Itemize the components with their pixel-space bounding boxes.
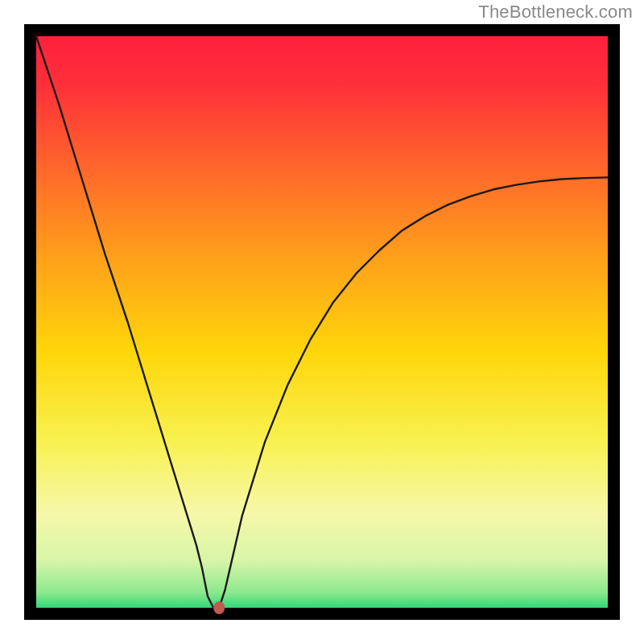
- chart-stage: TheBottleneck.com: [0, 0, 644, 644]
- optimum-marker: [213, 601, 225, 614]
- bottleneck-chart: [24, 24, 620, 620]
- watermark-text: TheBottleneck.com: [478, 2, 633, 23]
